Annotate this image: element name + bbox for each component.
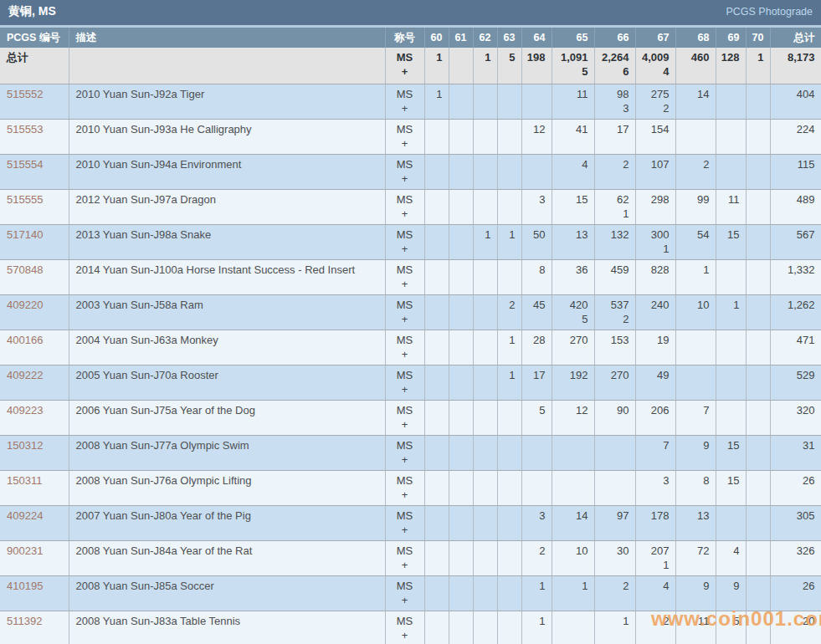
pcgs-number-cell: 409222 (0, 365, 69, 400)
grade-cell (675, 330, 716, 365)
grade-cell (473, 259, 497, 294)
grade-cell: 1 (473, 48, 497, 84)
grade-cell (675, 365, 716, 400)
col-grade-62: 62 (473, 28, 497, 48)
table-row: 1503112008 Yuan Sun-J76a Olympic Lifting… (0, 470, 821, 505)
grade-cell (449, 400, 473, 435)
designation-cell: MS+ (385, 611, 424, 644)
designation-ms: MS (386, 158, 424, 172)
pcgs-number-cell: 410195 (0, 575, 69, 611)
pcgs-number-link[interactable]: 409224 (7, 509, 43, 522)
grade-cell: 2 (594, 154, 635, 189)
grade-cell: 1 (716, 294, 746, 330)
col-description: 描述 (69, 28, 385, 48)
grade-cell: 3 (521, 505, 552, 540)
designation-plus: + (386, 243, 424, 257)
grade-cell (521, 84, 552, 119)
pcgs-number-cell: 570848 (0, 259, 69, 294)
designation-cell: MS+ (385, 294, 424, 330)
designation-cell: MS+ (385, 48, 424, 84)
grade-cell (746, 189, 770, 224)
row-total-cell: 31 (770, 435, 821, 470)
grade-cell (473, 505, 497, 540)
pcgs-number-cell: 515552 (0, 84, 69, 119)
col-grade-63: 63 (497, 28, 521, 48)
description-cell: 2005 Yuan Sun-J70a Rooster (69, 365, 385, 400)
col-grade-68: 68 (675, 28, 716, 48)
grade-cell: 2 (521, 540, 552, 575)
grade-cell (497, 119, 521, 154)
pcgs-number-link[interactable]: 515553 (7, 123, 43, 135)
grade-cell (746, 505, 770, 540)
grade-cell (449, 365, 473, 400)
designation-ms: MS (386, 369, 424, 383)
designation-ms: MS (386, 439, 424, 453)
description-cell: 2010 Yuan Sun-J92a Tiger (69, 84, 385, 119)
pcgs-number-link[interactable]: 409222 (7, 369, 43, 381)
description-cell: 2007 Yuan Sun-J80a Year of the Pig (69, 505, 385, 540)
grade-cell (424, 365, 449, 400)
grade-cell (716, 154, 746, 189)
grade-cell (424, 540, 449, 575)
grade-cell: 4 (552, 154, 594, 189)
designation-cell: MS+ (385, 259, 424, 294)
table-row: 5171402013 Yuan Sun-J98a SnakeMS+1150131… (0, 224, 821, 259)
photograde-link[interactable]: PCGS Photograde (726, 6, 813, 18)
designation-ms: MS (386, 334, 424, 348)
pcgs-number-link[interactable]: 410195 (7, 580, 43, 592)
grade-cell (424, 400, 449, 435)
pcgs-number-link[interactable]: 517140 (7, 228, 43, 241)
grade-cell (449, 119, 473, 154)
designation-plus: + (386, 488, 424, 503)
grade-cell: 206 (635, 400, 675, 435)
grade-cell (424, 189, 449, 224)
table-row: 9002312008 Yuan Sun-J84a Year of the Rat… (0, 540, 821, 575)
grade-cell: 19 (635, 330, 675, 365)
grade-cell: 4205 (552, 294, 594, 330)
designation-ms: MS (386, 193, 424, 207)
grade-cell (449, 224, 473, 259)
pcgs-number-link[interactable]: 515554 (7, 158, 43, 171)
grade-cell: 50 (521, 224, 552, 259)
grade-cell (473, 154, 497, 189)
grade-cell (497, 470, 521, 505)
grade-cell (497, 505, 521, 540)
col-grade-61: 61 (449, 28, 473, 48)
grade-cell: 8 (521, 259, 552, 294)
grade-cell: 45 (521, 294, 552, 330)
designation-plus: + (386, 278, 424, 292)
grade-cell (497, 189, 521, 224)
grade-cell (497, 400, 521, 435)
title-bar: 黄铜, MS PCGS Photograde (0, 0, 821, 28)
description-cell: 2008 Yuan Sun-J77a Olympic Swim (69, 435, 385, 470)
grade-cell: 11 (552, 84, 594, 119)
pcgs-number-link[interactable]: 900231 (7, 544, 43, 557)
pcgs-number-link[interactable]: 150312 (7, 439, 43, 452)
grade-cell: 2071 (635, 540, 675, 575)
pcgs-number-link[interactable]: 511392 (7, 615, 42, 627)
pcgs-number-link[interactable]: 150311 (7, 474, 42, 487)
grade-cell (746, 294, 770, 330)
row-total-cell: 20 (770, 611, 821, 644)
grade-cell (449, 189, 473, 224)
pcgs-number-link[interactable]: 400166 (7, 334, 43, 346)
pcgs-number-link[interactable]: 409220 (7, 299, 43, 311)
grade-cell (424, 119, 449, 154)
pcgs-number-link[interactable]: 409223 (7, 404, 43, 417)
pcgs-number-link[interactable]: 515552 (7, 88, 43, 100)
grade-cell (716, 330, 746, 365)
description-cell: 2010 Yuan Sun-J94a Environment (69, 154, 385, 189)
pcgs-number-link[interactable]: 570848 (7, 263, 43, 276)
col-total: 总计 (770, 28, 821, 48)
grade-cell (521, 154, 552, 189)
designation-plus: + (386, 418, 424, 432)
pcgs-number-link[interactable]: 515555 (7, 193, 43, 206)
grade-cell: 97 (594, 505, 635, 540)
grade-cell: 5372 (594, 294, 635, 330)
designation-plus: + (386, 383, 424, 397)
grade-cell (497, 259, 521, 294)
grade-cell (497, 154, 521, 189)
grade-cell (746, 154, 770, 189)
grade-cell: 132 (594, 224, 635, 259)
grade-cell (746, 330, 770, 365)
